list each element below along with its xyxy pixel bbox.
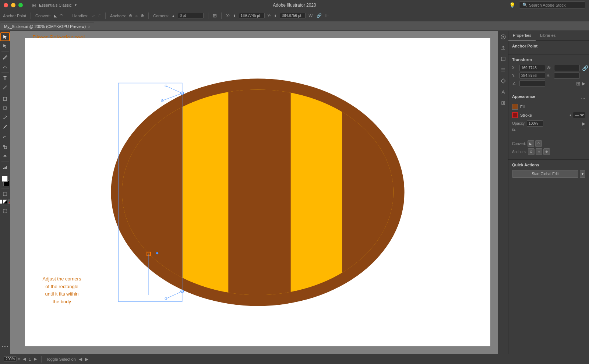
maximize-window-btn[interactable] bbox=[18, 3, 23, 7]
nav-prev-btn[interactable]: ◀ bbox=[23, 357, 26, 361]
minimize-window-btn[interactable] bbox=[11, 3, 15, 7]
handle-icon-2[interactable]: ⟌ bbox=[98, 14, 101, 18]
anchor-btn-1[interactable]: ⊙ bbox=[528, 148, 535, 155]
window-layout-icon[interactable]: ⊞ bbox=[32, 2, 36, 8]
convert-smooth-btn[interactable]: ◠ bbox=[535, 140, 542, 147]
pencil-tool-btn[interactable] bbox=[0, 122, 10, 131]
export-icon-btn[interactable] bbox=[499, 43, 508, 52]
x-input[interactable] bbox=[519, 65, 545, 71]
fill-label: Fill bbox=[520, 105, 525, 109]
fill-row: Fill bbox=[512, 104, 585, 110]
svg-point-2 bbox=[3, 106, 7, 110]
anchors-icon-3[interactable]: ⊕ bbox=[141, 13, 144, 18]
panel-icon-sidebar bbox=[498, 31, 508, 354]
h-input[interactable] bbox=[554, 73, 580, 79]
text-tool-btn[interactable]: T bbox=[0, 74, 10, 82]
artwork-svg bbox=[25, 38, 490, 346]
constrain-proportions-btn[interactable]: 🔗 bbox=[582, 65, 588, 71]
corners-up-icon[interactable]: ▲ bbox=[172, 14, 175, 18]
y-up-icon[interactable]: ⬆ bbox=[274, 14, 277, 18]
foreground-color-swatch[interactable] bbox=[2, 176, 8, 182]
properties-tab[interactable]: Properties bbox=[508, 31, 536, 40]
close-window-btn[interactable] bbox=[4, 3, 8, 7]
rotate-tool-btn[interactable] bbox=[0, 133, 10, 142]
artboard-nav-left[interactable]: ◀ bbox=[79, 357, 82, 362]
nav-next-btn[interactable]: ▶ bbox=[34, 357, 37, 361]
page-indicator: 1 bbox=[29, 357, 31, 361]
w-input[interactable] bbox=[554, 65, 580, 71]
workspace-dropdown[interactable]: Essentials Classic bbox=[39, 3, 72, 7]
appearance-options-btn[interactable]: ··· bbox=[581, 95, 585, 101]
convert-smooth-icon[interactable]: ◠ bbox=[60, 13, 63, 18]
start-global-edit-btn[interactable]: Start Global Edit bbox=[512, 170, 578, 178]
transform-options-btn[interactable]: ▶ bbox=[582, 81, 585, 86]
fx-options-btn[interactable]: ··· bbox=[581, 127, 585, 132]
properties-icon-btn[interactable] bbox=[499, 32, 508, 41]
separator-7 bbox=[1, 188, 9, 188]
stroke-up-btn[interactable]: ▲ bbox=[569, 113, 572, 117]
anchors-icon-1[interactable]: ⊙ bbox=[129, 13, 132, 18]
x-up-icon[interactable]: ⬆ bbox=[233, 14, 236, 18]
libraries-tab[interactable]: Libraries bbox=[536, 31, 560, 40]
angle-input[interactable] bbox=[519, 80, 545, 86]
anchor-btn-3[interactable]: ⊕ bbox=[543, 148, 550, 155]
grid-icon[interactable]: ⊞ bbox=[213, 13, 217, 18]
more-transform-btn[interactable]: ⊞ bbox=[576, 81, 581, 86]
angle-icon: ∠ bbox=[512, 81, 518, 86]
curvature-tool-btn[interactable] bbox=[0, 62, 10, 71]
color-mode-color[interactable] bbox=[0, 199, 2, 204]
y-input[interactable] bbox=[519, 73, 545, 79]
warp-tool-btn[interactable] bbox=[0, 152, 10, 160]
fill-swatch[interactable] bbox=[512, 104, 518, 110]
stroke-select[interactable]: — bbox=[573, 112, 585, 118]
cc-libraries-icon-btn[interactable] bbox=[499, 88, 508, 96]
appearance-icon-btn[interactable] bbox=[499, 54, 508, 63]
scale-tool-btn[interactable] bbox=[0, 142, 10, 151]
selection-tool-btn[interactable] bbox=[0, 32, 10, 41]
ellipse-tool-btn[interactable] bbox=[0, 103, 10, 112]
column-graph-tool-btn[interactable] bbox=[0, 163, 10, 172]
workspace-chevron[interactable]: ▾ bbox=[75, 3, 77, 7]
lightbulb-icon[interactable]: 💡 bbox=[509, 2, 515, 8]
document-tab[interactable]: My_Sticker.ai @ 200% (CMYK/GPU Preview) … bbox=[0, 22, 94, 31]
anchor-btn-2[interactable]: ○ bbox=[536, 148, 542, 155]
title-bar: ⊞ Essentials Classic ▾ Adobe Illustrator… bbox=[0, 0, 589, 10]
zoom-input[interactable] bbox=[4, 356, 17, 362]
fill-none-btn[interactable]: □ bbox=[0, 190, 10, 198]
artboard-nav-right[interactable]: ▶ bbox=[85, 357, 88, 362]
x-value[interactable]: 169.7745 pt bbox=[239, 13, 265, 18]
status-bar: ▾ ◀ 1 ▶ Toggle Selection ◀ ▶ bbox=[0, 354, 589, 364]
convert-corner-btn[interactable]: ◣ bbox=[528, 140, 534, 147]
artboard-tool-btn[interactable] bbox=[0, 206, 10, 215]
anchors-label: Anchors: bbox=[110, 14, 126, 18]
direct-selection-tool-btn[interactable] bbox=[0, 42, 10, 50]
x-row: X: W: 🔗 bbox=[512, 65, 585, 71]
y-value[interactable]: 384.8756 pt bbox=[280, 13, 306, 18]
window-controls: ⊞ Essentials Classic ▾ bbox=[4, 2, 77, 8]
align-icon-btn[interactable] bbox=[499, 66, 508, 74]
global-edit-dropdown-btn[interactable]: ▾ bbox=[580, 170, 585, 178]
canvas-area[interactable]: Direct Selection tool bbox=[10, 31, 498, 354]
anchors-icon-2[interactable]: ○ bbox=[135, 14, 138, 18]
color-swatches[interactable] bbox=[0, 175, 10, 187]
more-tools-btn[interactable]: • • • bbox=[0, 342, 10, 351]
asset-export-icon-btn[interactable] bbox=[499, 99, 508, 107]
transform-icon-btn[interactable] bbox=[499, 77, 508, 85]
color-mode-gradient[interactable] bbox=[3, 199, 7, 204]
anchor-point-title: Anchor Point bbox=[512, 44, 585, 48]
separator-8 bbox=[1, 205, 9, 205]
link-icon[interactable]: 🔗 bbox=[317, 13, 322, 18]
stroke-swatch[interactable] bbox=[512, 112, 518, 118]
opacity-input[interactable] bbox=[527, 120, 543, 127]
stock-search[interactable]: 🔍 Search Adobe Stock bbox=[519, 1, 585, 8]
pen-tool-btn[interactable] bbox=[0, 53, 10, 62]
line-tool-btn[interactable] bbox=[0, 83, 10, 92]
zoom-dropdown-btn[interactable]: ▾ bbox=[18, 357, 20, 361]
paintbrush-tool-btn[interactable] bbox=[0, 113, 10, 121]
tab-close-btn[interactable]: × bbox=[88, 25, 90, 29]
rectangle-tool-btn[interactable] bbox=[0, 94, 10, 103]
handle-icon-1[interactable]: ⟋ bbox=[91, 14, 95, 18]
corners-value[interactable]: 0 pt bbox=[178, 13, 204, 18]
opacity-more-btn[interactable]: ▶ bbox=[582, 121, 585, 126]
convert-corner-icon[interactable]: ◣ bbox=[54, 13, 57, 18]
